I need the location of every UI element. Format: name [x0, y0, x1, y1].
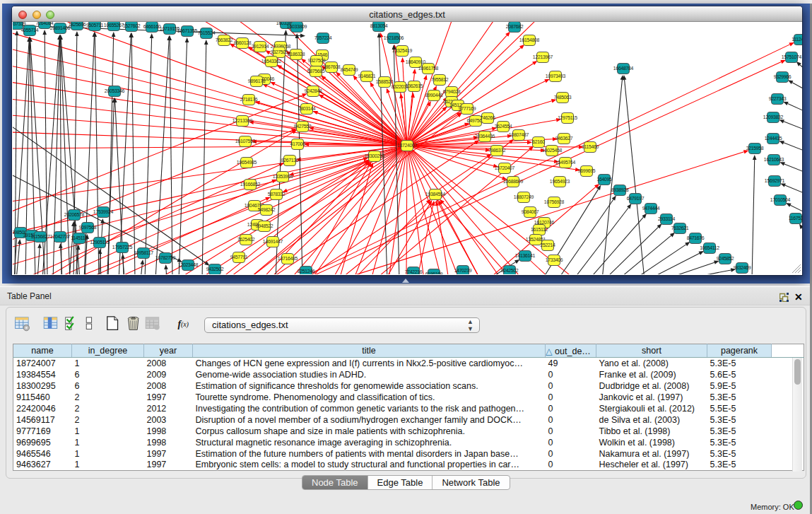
svg-text:9457791: 9457791: [230, 255, 248, 259]
svg-text:10671355: 10671355: [177, 28, 198, 33]
svg-text:20053346: 20053346: [105, 88, 125, 93]
svg-text:8186328: 8186328: [288, 52, 305, 57]
svg-text:8427552: 8427552: [294, 124, 312, 129]
svg-text:1112478: 1112478: [792, 37, 802, 42]
svg-text:17539924: 17539924: [93, 209, 114, 214]
svg-text:9329966: 9329966: [774, 74, 792, 79]
svg-text:14136141: 14136141: [515, 253, 536, 258]
svg-text:10958117: 10958117: [134, 250, 153, 255]
svg-text:10654112: 10654112: [700, 245, 719, 250]
svg-text:7742216: 7742216: [405, 269, 423, 274]
svg-text:252214: 252214: [540, 243, 555, 247]
svg-text:20206578: 20206578: [64, 212, 85, 217]
svg-text:1588520: 1588520: [376, 79, 394, 84]
svg-text:2933114: 2933114: [658, 216, 676, 221]
svg-text:17957225: 17957225: [112, 245, 133, 250]
svg-text:18300295: 18300295: [365, 153, 385, 158]
svg-text:12213369: 12213369: [233, 118, 253, 123]
svg-text:1470239: 1470239: [454, 268, 472, 273]
svg-text:1733406: 1733406: [546, 257, 563, 262]
svg-text:9327503: 9327503: [271, 49, 288, 54]
svg-text:10025458: 10025458: [542, 148, 563, 153]
svg-text:5878332: 5878332: [268, 192, 286, 197]
svg-text:12975115: 12975115: [558, 115, 577, 120]
svg-text:1825696: 1825696: [69, 22, 86, 27]
svg-text:9505711: 9505711: [86, 23, 104, 28]
svg-text:9084067: 9084067: [522, 209, 539, 214]
svg-text:18724007: 18724007: [397, 143, 418, 148]
svg-text:20364436: 20364436: [475, 134, 495, 139]
svg-text:16782759: 16782759: [155, 255, 176, 260]
svg-text:16210643: 16210643: [764, 157, 784, 162]
svg-text:10756928: 10756928: [544, 199, 565, 204]
svg-text:1527602: 1527602: [123, 23, 141, 28]
svg-text:16648784: 16648784: [613, 66, 634, 71]
svg-text:19654985: 19654985: [237, 160, 257, 165]
svg-text:9948522: 9948522: [256, 223, 273, 228]
svg-text:9832469: 9832469: [734, 265, 751, 270]
svg-text:8267130: 8267130: [281, 158, 299, 163]
svg-text:11156827: 11156827: [30, 234, 50, 239]
svg-text:164095: 164095: [596, 177, 612, 182]
svg-text:3215958: 3215958: [746, 146, 764, 151]
svg-text:7515524: 7515524: [198, 30, 216, 35]
svg-text:4055714: 4055714: [21, 28, 39, 33]
svg-text:17010504: 17010504: [770, 197, 791, 202]
svg-text:9115460: 9115460: [582, 144, 599, 149]
svg-text:10807487: 10807487: [509, 132, 529, 137]
svg-text:5498242: 5498242: [258, 207, 276, 212]
svg-text:10655267: 10655267: [104, 23, 124, 28]
svg-text:9242502: 9242502: [501, 268, 519, 273]
svg-text:9699695: 9699695: [578, 168, 596, 173]
svg-text:13353994: 13353994: [273, 174, 293, 179]
svg-text:116753: 116753: [789, 216, 802, 221]
svg-text:8938928: 8938928: [611, 187, 629, 192]
svg-text:6794028: 6794028: [443, 89, 461, 94]
svg-text:62160: 62160: [532, 139, 545, 144]
svg-text:19384554: 19384554: [425, 192, 446, 197]
svg-text:10688609: 10688609: [503, 179, 524, 184]
svg-text:9463627: 9463627: [555, 136, 573, 141]
svg-text:15751074: 15751074: [782, 54, 802, 59]
svg-text:7955812: 7955812: [431, 77, 449, 82]
svg-text:13325419: 13325419: [392, 48, 413, 53]
svg-text:15495764: 15495764: [555, 160, 576, 165]
svg-text:7625402: 7625402: [237, 237, 255, 242]
svg-text:1145118: 1145118: [71, 235, 88, 240]
svg-text:18807249: 18807249: [514, 194, 534, 199]
svg-text:9777169: 9777169: [459, 106, 476, 111]
svg-text:8660128: 8660128: [234, 40, 252, 45]
svg-text:9146821: 9146821: [358, 74, 376, 78]
svg-text:8813054: 8813054: [370, 23, 388, 28]
svg-text:6466160: 6466160: [143, 24, 161, 29]
svg-text:12093832: 12093832: [763, 115, 784, 119]
svg-text:417006: 417006: [290, 141, 305, 146]
svg-text:5875685: 5875685: [307, 69, 325, 74]
svg-text:15720407: 15720407: [495, 165, 515, 170]
svg-text:7357224: 7357224: [314, 35, 332, 40]
svg-text:7485063: 7485063: [554, 95, 572, 100]
svg-text:9327508: 9327508: [308, 58, 326, 63]
svg-text:19166852: 19166852: [240, 182, 261, 187]
svg-text:14691447: 14691447: [263, 239, 283, 244]
svg-text:16543362: 16543362: [261, 59, 282, 64]
svg-text:1244415: 1244415: [765, 136, 782, 141]
svg-text:2718176: 2718176: [240, 97, 258, 102]
svg-text:9097568: 9097568: [79, 225, 97, 230]
svg-text:9474444: 9474444: [642, 206, 660, 211]
svg-text:12042737: 12042737: [50, 234, 71, 239]
svg-text:20891406: 20891406: [50, 25, 71, 30]
svg-text:13716485: 13716485: [278, 256, 298, 261]
svg-text:9227343: 9227343: [769, 96, 787, 101]
svg-text:10973493: 10973493: [546, 74, 566, 78]
svg-text:16154808: 16154808: [519, 37, 540, 42]
svg-text:1615112: 1615112: [531, 227, 548, 232]
svg-text:9245852: 9245852: [717, 256, 734, 261]
svg-text:9432502: 9432502: [206, 267, 224, 271]
svg-text:15692971: 15692971: [765, 178, 785, 183]
svg-text:7632621: 7632621: [671, 226, 689, 230]
svg-text:2087682: 2087682: [506, 24, 524, 29]
svg-text:3912914: 3912914: [252, 44, 269, 49]
svg-text:2803144: 2803144: [298, 106, 316, 111]
svg-text:19654923: 19654923: [550, 179, 570, 184]
